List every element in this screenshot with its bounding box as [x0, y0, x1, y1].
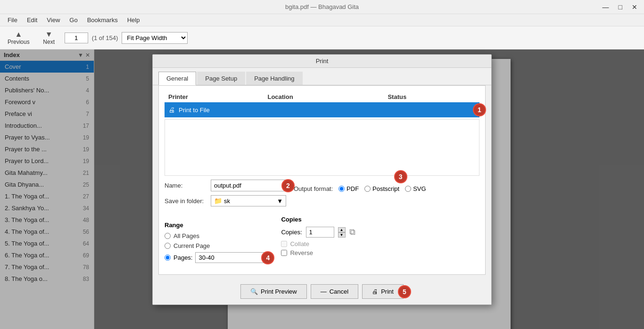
pages-radio[interactable]: [165, 255, 171, 261]
pages-row: Pages: 4: [165, 252, 266, 263]
folder-select[interactable]: 📁 sk ▼: [211, 195, 286, 206]
cancel-icon: —: [321, 288, 327, 295]
tab-page-handling[interactable]: Page Handling: [246, 72, 302, 85]
current-page-row: Current Page: [165, 242, 266, 249]
page-input[interactable]: [65, 33, 88, 43]
annotation-bubble-2: 2: [281, 179, 295, 192]
all-pages-row: All Pages: [165, 232, 266, 239]
menu-edit[interactable]: Edit: [23, 15, 41, 25]
pages-input[interactable]: [195, 252, 266, 263]
tab-general[interactable]: General: [158, 72, 196, 85]
output-pdf-label: PDF: [347, 185, 359, 192]
range-copies-container: Range All Pages Current Page Pages:: [165, 216, 479, 269]
tab-page-setup[interactable]: Page Setup: [197, 72, 245, 85]
previous-button[interactable]: ▲ Previous: [4, 28, 33, 47]
print-icon: 🖨: [372, 288, 378, 295]
output-format-section: 3 Output format: PDF Postscript: [294, 180, 426, 192]
printer-row-container: 🖨 Print to File 1: [165, 102, 479, 117]
dialog-tabs: General Page Setup Page Handling: [153, 68, 491, 85]
copies-decrement-button[interactable]: ▼: [338, 232, 346, 238]
reverse-label: Reverse: [290, 249, 313, 256]
menubar: File Edit View Go Bookmarks Help: [0, 14, 644, 26]
printer-col-header: Printer: [165, 91, 264, 102]
window-title: bgita.pdf — Bhagavad Gita: [285, 3, 359, 10]
annotation-bubble-5: 5: [398, 285, 411, 298]
output-svg-radio[interactable]: [405, 186, 411, 192]
printer-name: Print to File: [179, 107, 210, 114]
bubble1-container: 1: [473, 103, 486, 116]
toolbar: ▲ Previous ▼ Next (1 of 154) Fit Page Wi…: [0, 26, 644, 49]
pages-label: Pages:: [173, 254, 192, 261]
menu-view[interactable]: View: [43, 15, 64, 25]
bubble4-container: 4: [261, 251, 274, 264]
print-preview-icon: 🔍: [250, 288, 258, 295]
status-col-header: Status: [384, 91, 479, 102]
reverse-checkbox[interactable]: [281, 250, 287, 256]
printer-row[interactable]: 🖨 Print to File: [165, 102, 479, 117]
annotation-bubble-1: 1: [473, 103, 486, 116]
collate-row: Collate: [281, 240, 355, 247]
output-svg-option: SVG: [405, 185, 426, 192]
cancel-label: Cancel: [330, 288, 348, 295]
chevron-down-icon: ▼: [45, 30, 53, 39]
printer-icon: 🖨: [168, 106, 175, 114]
name-label: Name:: [165, 182, 207, 189]
minimize-button[interactable]: —: [600, 2, 612, 12]
copies-label: Copies:: [281, 229, 302, 236]
print-dialog: Print General Page Setup Page Handling P…: [152, 54, 492, 305]
output-postscript-label: Postscript: [372, 185, 399, 192]
print-button[interactable]: 🖨 Print: [362, 284, 404, 299]
pages-input-wrapper: 4: [195, 252, 266, 263]
output-postscript-radio[interactable]: [364, 186, 371, 192]
copies-increment-button[interactable]: ▲: [338, 227, 346, 232]
folder-dropdown-icon: ▼: [277, 197, 283, 205]
output-format-row: Output format: PDF Postscript: [294, 185, 426, 192]
bubble3-container: 3: [394, 170, 407, 183]
print-preview-label: Print Preview: [261, 288, 297, 295]
main-layout: Index ▼ ✕ Cover1Contents5Publishers' No.…: [0, 49, 644, 329]
titlebar: bgita.pdf — Bhagavad Gita — □ ✕: [0, 0, 644, 14]
name-input-wrapper: 2: [211, 180, 286, 191]
copies-input[interactable]: [306, 227, 334, 238]
printer-table: Printer Location Status: [165, 91, 479, 102]
next-label: Next: [43, 39, 55, 45]
cancel-button[interactable]: — Cancel: [311, 284, 358, 299]
output-pdf-radio[interactable]: [339, 186, 345, 192]
copies-section: Copies Copies: ▲ ▼ ⧉ Collat: [281, 216, 355, 269]
print-button-wrapper: 🖨 Print 5: [362, 284, 404, 299]
annotation-bubble-4: 4: [261, 251, 274, 264]
previous-label: Previous: [8, 39, 30, 45]
range-section: Range All Pages Current Page Pages:: [165, 216, 266, 269]
restore-button[interactable]: □: [616, 2, 625, 12]
location-col-header: Location: [264, 91, 384, 102]
all-pages-radio[interactable]: [165, 233, 171, 239]
save-folder-label: Save in folder:: [165, 197, 207, 205]
menu-bookmarks[interactable]: Bookmarks: [83, 15, 122, 25]
bubble5-container: 5: [398, 285, 411, 298]
next-button[interactable]: ▼ Next: [37, 28, 61, 47]
print-preview-button[interactable]: 🔍 Print Preview: [240, 284, 307, 299]
menu-file[interactable]: File: [4, 15, 21, 25]
range-title: Range: [165, 222, 266, 229]
current-page-radio[interactable]: [165, 243, 171, 249]
collate-label: Collate: [290, 240, 309, 247]
print-label: Print: [381, 288, 394, 295]
close-button[interactable]: ✕: [629, 2, 640, 12]
current-page-label: Current Page: [173, 242, 210, 249]
dialog-overlay: Print General Page Setup Page Handling P…: [0, 49, 644, 329]
folder-icon: 📁: [214, 197, 222, 205]
zoom-select[interactable]: Fit Page Width 50% 75% 100% 125% 150%: [122, 32, 188, 44]
output-postscript-option: Postscript: [364, 185, 399, 192]
name-input[interactable]: [211, 180, 286, 191]
dialog-buttons: 🔍 Print Preview — Cancel 🖨 Print 5: [153, 280, 491, 304]
window-controls: — □ ✕: [600, 2, 640, 12]
name-output-row: Name: 2 Save in folder: 📁: [165, 180, 479, 210]
bubble2-container: 2: [281, 179, 295, 192]
collate-checkbox[interactable]: [281, 241, 287, 247]
printer-list-empty: [165, 119, 479, 176]
menu-help[interactable]: Help: [124, 15, 144, 25]
menu-go[interactable]: Go: [66, 15, 81, 25]
page-count: (1 of 154): [92, 34, 118, 41]
output-format-label: Output format:: [294, 185, 333, 192]
dialog-content: Printer Location Status 🖨 Print to File …: [158, 85, 486, 275]
